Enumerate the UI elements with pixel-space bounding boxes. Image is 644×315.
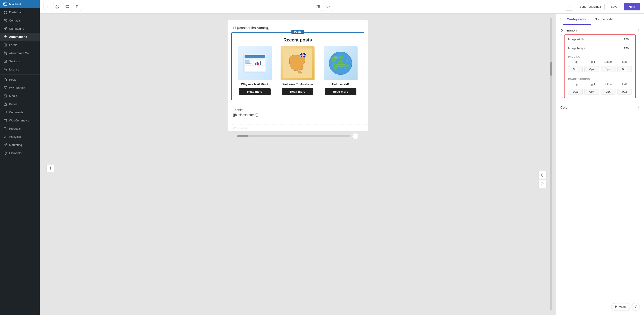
- image-padding-values-row: [564, 89, 636, 98]
- svg-rect-39: [245, 59, 253, 60]
- sidebar-item-wp-funnels[interactable]: WP Funnels: [0, 84, 40, 92]
- floating-actions: Video ?: [611, 303, 640, 310]
- image-height-value: 150px: [624, 47, 632, 50]
- sidebar-item-elementor[interactable]: Elementor: [0, 149, 40, 157]
- sidebar-item-forms[interactable]: Forms: [0, 41, 40, 49]
- comments-icon: [3, 110, 7, 114]
- image-height-label: Image height: [568, 47, 585, 50]
- sidebar-item-marketing[interactable]: Marketing: [0, 141, 40, 149]
- move-handle[interactable]: ✛: [46, 164, 54, 172]
- img-padding-top-input[interactable]: [568, 89, 583, 95]
- sidebar-item-label: Analytics: [9, 135, 21, 138]
- svg-marker-65: [615, 305, 617, 308]
- sidebar-item-label: Pages: [9, 102, 18, 106]
- pages-icon: [3, 102, 7, 106]
- padding-bottom-input[interactable]: [601, 66, 616, 72]
- canvas-area[interactable]: ✛ Hi {{contact.firstName}},: [40, 14, 556, 315]
- svg-rect-8: [4, 44, 6, 46]
- sidebar-item-analytics[interactable]: Analytics: [0, 133, 40, 141]
- funnels-icon: [3, 86, 7, 90]
- video-button[interactable]: Video: [611, 303, 630, 310]
- email-footer-thanks: Thanks,: [233, 107, 362, 112]
- analytics-icon: [3, 135, 7, 139]
- send-test-email-button[interactable]: Send Test Email: [576, 3, 604, 11]
- posts-inner: Recent posts: [232, 33, 364, 100]
- svg-point-12: [6, 54, 6, 54]
- svg-rect-24: [5, 152, 5, 154]
- color-toggle[interactable]: ∧: [637, 106, 640, 109]
- img-padding-left-input[interactable]: [617, 89, 632, 95]
- svg-point-13: [5, 61, 6, 62]
- img-padding-right-input[interactable]: [584, 89, 599, 95]
- desktop-button[interactable]: [63, 3, 71, 11]
- sidebar-item-label: Settings: [9, 60, 20, 63]
- padding-values-row: [564, 66, 636, 76]
- posts-grid: ✉ Mail Mint Why use Mail Mint? Read more: [235, 46, 360, 95]
- back-button[interactable]: «: [43, 3, 52, 11]
- save-button[interactable]: Save: [607, 3, 621, 11]
- read-more-button-1[interactable]: Read more: [239, 88, 270, 95]
- sidebar-item-media[interactable]: Media: [0, 92, 40, 100]
- padding-top-input[interactable]: [568, 66, 583, 72]
- panel-back-button[interactable]: ‹: [560, 14, 563, 25]
- sidebar-item-comments[interactable]: Comments: [0, 108, 40, 116]
- sidebar-item-dashboard[interactable]: Dashboard: [0, 8, 40, 16]
- australia-illustration: [280, 46, 314, 80]
- copy-button[interactable]: [538, 180, 547, 188]
- read-more-button-2[interactable]: Read more: [282, 88, 314, 95]
- cart-icon: [3, 51, 7, 55]
- sidebar-item-automations[interactable]: Automations: [0, 33, 40, 41]
- svg-point-60: [334, 56, 338, 59]
- sidebar-item-settings[interactable]: Settings: [0, 57, 40, 65]
- padding-left-input[interactable]: [617, 66, 632, 72]
- sidebar-logo[interactable]: Mail Mint: [0, 0, 40, 8]
- color-section: Color ∧: [556, 102, 644, 109]
- canvas-scrollbar[interactable]: [237, 135, 350, 137]
- email-footer: Thanks, {{business.name}}: [228, 104, 368, 124]
- undo-button[interactable]: [538, 171, 547, 179]
- sidebar-item-contacts[interactable]: Contacts: [0, 16, 40, 25]
- topbar-right: ··· Send Test Email Save Next: [565, 3, 640, 11]
- next-button[interactable]: Next: [624, 3, 640, 11]
- sidebar-item-pages[interactable]: Pages: [0, 100, 40, 108]
- svg-rect-3: [4, 13, 5, 13]
- sidebar-item-abandoned-cart[interactable]: Abandoned Cart: [0, 49, 40, 57]
- more-options-button[interactable]: ···: [565, 3, 573, 11]
- sidebar-item-woocommerce[interactable]: WooCommerce: [0, 116, 40, 124]
- mail-mint-icon: [3, 2, 7, 6]
- canvas-bottom-bar: +: [237, 133, 358, 139]
- pad-top-label: Top: [568, 60, 583, 64]
- svg-marker-15: [4, 86, 7, 89]
- svg-rect-2: [6, 11, 6, 12]
- img-padding-bottom-input[interactable]: [601, 89, 616, 95]
- contacts-icon: [3, 18, 7, 23]
- posts-icon: [3, 78, 7, 82]
- svg-point-6: [6, 19, 6, 20]
- sidebar-item-label: Abandoned Cart: [9, 52, 30, 55]
- mobile-button[interactable]: [73, 3, 81, 11]
- layout-button[interactable]: [314, 3, 322, 11]
- tab-configuration[interactable]: Configuration: [563, 14, 591, 25]
- code-button[interactable]: [324, 3, 332, 11]
- add-block-button[interactable]: +: [352, 133, 358, 139]
- edit-button[interactable]: [53, 3, 61, 11]
- forms-icon: [3, 43, 7, 47]
- sidebar-item-label: WooCommerce: [9, 119, 30, 122]
- globe-illustration: [324, 46, 358, 80]
- svg-rect-43: [255, 63, 256, 65]
- svg-point-5: [4, 19, 6, 20]
- sidebar-item-products[interactable]: Products: [0, 124, 40, 133]
- right-panel-tabs: ‹ Configuration Source code: [556, 14, 644, 25]
- sidebar-item-campaigns[interactable]: Campaigns: [0, 25, 40, 33]
- tab-source-code[interactable]: Source code: [591, 14, 616, 25]
- sidebar-item-posts[interactable]: Posts: [0, 76, 40, 84]
- pad-right-label: Right: [584, 60, 599, 64]
- sidebar-item-licence[interactable]: Licence: [0, 65, 40, 73]
- email-footer-business: {{business.name}}: [233, 112, 362, 117]
- help-button[interactable]: ?: [632, 303, 640, 310]
- dimension-toggle[interactable]: ∧: [637, 29, 640, 32]
- email-posts-block[interactable]: Posts Recent posts: [231, 33, 364, 100]
- image-height-row: Image height 150px: [564, 44, 636, 53]
- read-more-button-3[interactable]: Read more: [325, 88, 356, 95]
- padding-right-input[interactable]: [584, 66, 599, 72]
